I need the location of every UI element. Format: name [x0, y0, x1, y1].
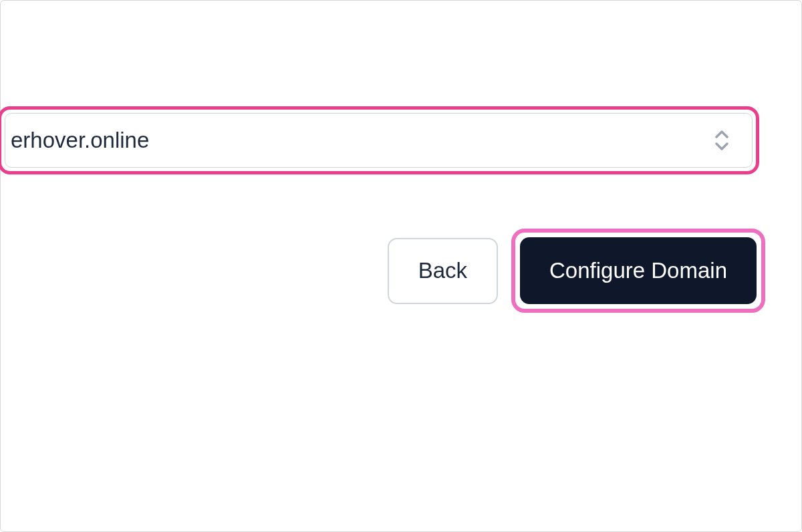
- configure-domain-button[interactable]: Configure Domain: [520, 237, 757, 304]
- button-row: Back Configure Domain: [1, 229, 765, 313]
- back-button[interactable]: Back: [388, 238, 498, 304]
- configure-highlight: Configure Domain: [511, 229, 765, 313]
- domain-select[interactable]: erhover.online: [0, 106, 759, 174]
- form-panel: erhover.online Back Configure Domain: [0, 0, 802, 532]
- domain-select-value: erhover.online: [11, 128, 736, 153]
- chevrons-up-down-icon: [712, 126, 732, 155]
